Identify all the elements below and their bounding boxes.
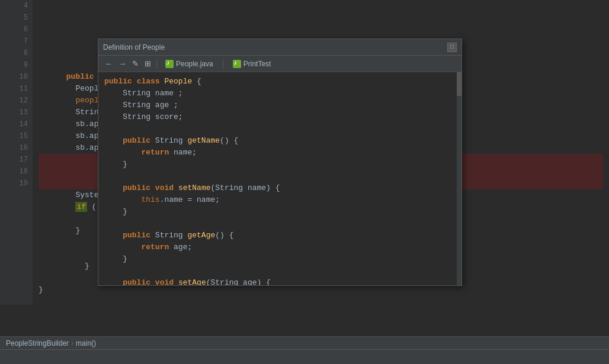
popup-code-area[interactable]: public class People { String name ; Stri… (98, 72, 461, 285)
pin-button[interactable]: ⊞ (143, 59, 153, 69)
edit-icon: ✎ (132, 59, 139, 68)
tab-printtest[interactable]: J PrintTest (228, 59, 276, 69)
toolbar-separator (156, 59, 157, 69)
popup-toolbar: ← → ✎ ⊞ J People.java J PrintTest (98, 56, 461, 72)
popup-code-line-3: String age ; (104, 99, 456, 111)
popup-code-line-15: return age; (104, 241, 456, 253)
popup-code-line-7: return name; (104, 147, 456, 159)
breadcrumb-method: main() (76, 339, 96, 347)
popup-code-line-5 (104, 123, 456, 135)
popup-code-line-17 (104, 265, 456, 277)
line-num-15: 15 (0, 130, 28, 142)
line-num-5: 5 (0, 12, 28, 24)
popup-code-line-14: public String getAge() { (104, 230, 456, 241)
forward-button[interactable]: → (117, 59, 128, 69)
code-line-19: } (39, 284, 603, 296)
popup-scrollbar[interactable] (457, 72, 461, 285)
popup-code-line-4: String score; (104, 111, 456, 123)
code-line-4 (39, 0, 603, 12)
tab-people-java[interactable]: J People.java (161, 59, 218, 69)
popup-code-line-13 (104, 218, 456, 230)
line-num-10: 10 (0, 71, 28, 83)
line-num-18: 18 (0, 166, 28, 178)
popup-code-line-10: public void setName(String name) { (104, 182, 456, 194)
tab-printtest-label: PrintTest (243, 60, 271, 68)
forward-icon: → (118, 59, 126, 68)
popup-code-line-2: String name ; (104, 88, 456, 99)
line-num-8: 8 (0, 47, 28, 59)
popup-title: Definition of People (103, 43, 165, 51)
popup-close-button[interactable]: □ (447, 43, 457, 52)
pin-icon: ⊞ (145, 59, 151, 68)
line-num-7: 7 (0, 36, 28, 47)
line-num-14: 14 (0, 118, 28, 130)
popup-code-line-12: } (104, 206, 456, 218)
status-bar (0, 349, 609, 364)
breadcrumb-bar: PeopleStringBuilder › main() (0, 336, 609, 349)
line-num-16: 16 (0, 142, 28, 154)
popup-code-line-8: } (104, 159, 456, 170)
tab-separator (223, 59, 223, 69)
line-num-11: 11 (0, 83, 28, 95)
edit-button[interactable]: ✎ (130, 59, 140, 69)
popup-code-line-6: public String getName() { (104, 135, 456, 147)
line-numbers: 4 5 6 7 8 9 10 11 12 13 14 15 16 17 18 1… (0, 0, 33, 305)
breadcrumb-separator: › (71, 339, 73, 347)
line-num-17: 17 (0, 154, 28, 166)
popup-code-line-16: } (104, 253, 456, 265)
popup-code-line-9 (104, 170, 456, 182)
close-icon: □ (450, 44, 454, 50)
popup-scrollbar-thumb[interactable] (457, 72, 461, 96)
popup-code-line-1: public class People { (104, 76, 456, 88)
definition-popup: Definition of People □ ← → ✎ ⊞ J Peop (98, 38, 462, 286)
popup-titlebar: Definition of People □ (98, 39, 461, 56)
back-icon: ← (105, 59, 113, 68)
tab-people-java-label: People.java (176, 60, 213, 68)
popup-code-line-18: public void setAge(String age) { (104, 277, 456, 285)
line-num-9: 9 (0, 59, 28, 71)
line-num-4: 4 (0, 0, 28, 12)
line-num-19: 19 (0, 178, 28, 189)
breadcrumb-class: PeopleStringBuilder (6, 339, 69, 347)
printtest-file-icon: J (233, 60, 241, 68)
java-file-icon: J (165, 60, 174, 68)
back-button[interactable]: ← (103, 59, 114, 69)
line-num-6: 6 (0, 24, 28, 36)
editor-area: 4 5 6 7 8 9 10 11 12 13 14 15 16 17 18 1… (0, 0, 609, 305)
line-num-13: 13 (0, 107, 28, 118)
line-num-12: 12 (0, 95, 28, 107)
popup-code-line-11: this.name = name; (104, 194, 456, 206)
